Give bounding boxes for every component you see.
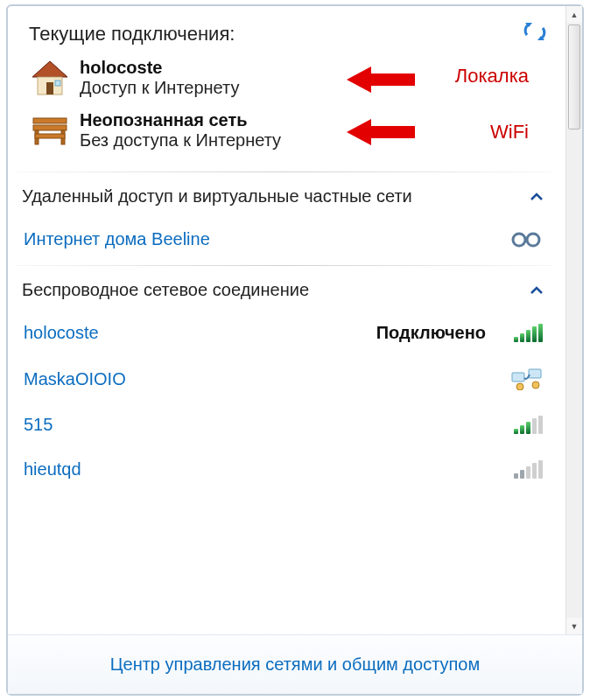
vpn-infinity-icon [509, 230, 543, 249]
annotation-arrow-icon [347, 117, 415, 151]
svg-marker-3 [32, 61, 67, 77]
connection-text: Неопознанная сеть Без доступа к Интернет… [80, 110, 281, 150]
wireless-network-status: Подключено [376, 323, 486, 343]
wireless-network-name: hieutqd [24, 459, 81, 480]
svg-point-14 [513, 234, 525, 246]
wireless-network-right [514, 416, 543, 434]
network-center-link[interactable]: Центр управления сетями и общим доступом [110, 654, 481, 674]
connection-text: holocoste Доступ к Интернету [80, 58, 239, 98]
connection-item[interactable]: holocoste Доступ к Интернету Локалка [24, 52, 546, 105]
scroll-up-arrow-icon[interactable]: ▲ [566, 6, 582, 23]
svg-point-15 [527, 234, 539, 246]
vpn-section-header[interactable]: Удаленный доступ и виртуальные частные с… [8, 176, 562, 217]
connection-item[interactable]: Неопознанная сеть Без доступа к Интернет… [24, 105, 546, 158]
wireless-network-right [511, 368, 543, 390]
network-flyout: Текущие подключения: [6, 4, 584, 696]
content-area: Текущие подключения: [8, 6, 582, 634]
signal-strength-icon [514, 416, 543, 434]
wireless-section-header[interactable]: Беспроводное сетевое соединение [8, 270, 562, 311]
chevron-up-icon [530, 281, 543, 299]
main-scroll-content: Текущие подключения: [8, 6, 565, 634]
refresh-icon[interactable] [523, 22, 546, 46]
annotation-label: WiFi [490, 121, 529, 144]
signal-strength-icon [514, 324, 543, 342]
svg-point-18 [516, 383, 523, 390]
divider [17, 265, 553, 266]
wireless-network-name: 515 [24, 415, 53, 435]
svg-rect-9 [33, 125, 67, 130]
svg-rect-16 [512, 373, 524, 382]
wireless-network-name: holocoste [24, 323, 99, 343]
scroll-down-arrow-icon[interactable]: ▼ [566, 618, 582, 634]
connection-name: Неопознанная сеть [80, 110, 281, 130]
svg-rect-8 [33, 118, 67, 123]
connection-name: holocoste [80, 58, 239, 78]
wireless-network-right [514, 460, 543, 479]
connections-list: holocoste Доступ к Интернету Локалка [8, 52, 562, 168]
scrollbar[interactable]: ▲ ▼ [565, 6, 582, 634]
wireless-section-title: Беспроводное сетевое соединение [22, 280, 309, 300]
current-connections-title: Текущие подключения: [29, 23, 235, 46]
wireless-network-item[interactable]: hieutqd [8, 447, 562, 492]
vpn-section-title: Удаленный доступ и виртуальные частные с… [22, 186, 412, 206]
scroll-thumb[interactable] [568, 24, 580, 130]
house-icon [27, 58, 73, 98]
vpn-item-name: Интернет дома Beeline [24, 229, 210, 249]
svg-marker-13 [347, 119, 415, 145]
wireless-network-item[interactable]: holocoste Подключено [8, 311, 562, 355]
connection-status: Без доступа к Интернету [80, 130, 281, 150]
wireless-network-name: MaskaOIOIO [24, 369, 126, 389]
footer: Центр управления сетями и общим доступом [8, 634, 582, 694]
svg-marker-7 [347, 66, 415, 93]
shared-computers-icon [511, 368, 543, 390]
annotation-arrow-icon [347, 65, 415, 99]
svg-point-19 [532, 382, 539, 388]
svg-rect-6 [55, 80, 60, 86]
annotation-label: Локалка [455, 65, 529, 88]
bench-icon [27, 110, 73, 150]
svg-rect-12 [35, 134, 65, 138]
svg-rect-17 [529, 369, 541, 378]
wireless-network-item[interactable]: 515 [8, 402, 562, 447]
divider [17, 172, 553, 172]
wireless-network-item[interactable]: MaskaOIOIO [8, 355, 562, 402]
wireless-network-right: Подключено [376, 323, 543, 343]
svg-rect-5 [46, 82, 53, 94]
current-connections-header: Текущие подключения: [8, 6, 562, 52]
chevron-up-icon [530, 187, 543, 206]
connection-status: Доступ к Интернету [80, 78, 239, 98]
vpn-item[interactable]: Интернет дома Beeline [8, 217, 562, 262]
signal-strength-icon [514, 460, 543, 479]
